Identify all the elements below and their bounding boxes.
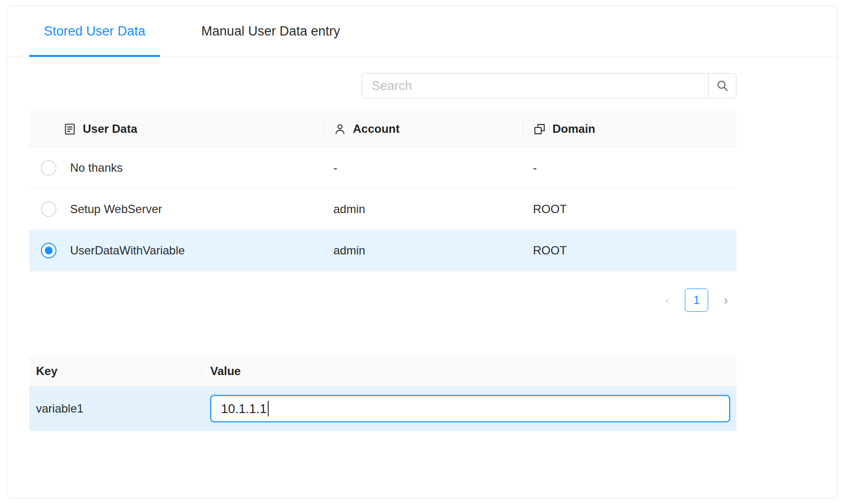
tab-bar: Stored User Data Manual User Data entry — [7, 6, 837, 57]
tab-label: Stored User Data — [44, 24, 146, 39]
pagination-next-icon[interactable]: › — [715, 289, 736, 311]
tab-label: Manual User Data entry — [202, 24, 340, 39]
kv-row-variable1: variable1 10.1.1.1 — [29, 386, 736, 431]
column-header-user-data: User Data — [29, 122, 324, 136]
user-data-cell: Setup WebServer — [63, 202, 324, 216]
pagination: ‹ 1 › — [29, 288, 736, 312]
radio-button[interactable] — [41, 160, 56, 176]
account-cell: admin — [324, 244, 523, 257]
pagination-prev-icon[interactable]: ‹ — [657, 289, 678, 311]
table-header-row: User Data Account — [29, 111, 736, 147]
user-data-table: User Data Account — [29, 111, 736, 271]
domain-cell: - — [523, 161, 736, 175]
value-cell: 10.1.1.1 — [202, 395, 736, 422]
domain-cell: ROOT — [523, 202, 736, 216]
search-row — [29, 73, 736, 98]
account-cell: admin — [324, 202, 523, 216]
search-icon — [716, 79, 729, 92]
search-input[interactable] — [362, 73, 708, 98]
column-header-label: Account — [353, 122, 400, 136]
column-header-key: Key — [29, 364, 202, 378]
user-data-cell: No thanks — [63, 161, 324, 175]
search-button[interactable] — [708, 73, 736, 98]
radio-cell — [29, 243, 63, 258]
column-header-label: Domain — [552, 122, 595, 136]
table-row-setup-webserver[interactable]: Setup WebServer admin ROOT — [29, 189, 736, 230]
domain-cell: ROOT — [523, 244, 736, 257]
value-input[interactable]: 10.1.1.1 — [210, 395, 730, 422]
tab-manual-user-data-entry[interactable]: Manual User Data entry — [187, 6, 355, 56]
pagination-page-1[interactable]: 1 — [685, 288, 708, 312]
domain-icon — [533, 123, 546, 136]
radio-button[interactable] — [41, 201, 56, 217]
column-header-value: Value — [202, 364, 736, 378]
column-header-account: Account — [324, 122, 523, 136]
column-header-label: User Data — [83, 122, 137, 136]
user-data-cell: UserDataWithVariable — [63, 244, 324, 257]
kv-header-row: Key Value — [29, 356, 736, 386]
radio-cell — [29, 160, 63, 176]
table-row-userdatawithvariable[interactable]: UserDataWithVariable admin ROOT — [29, 230, 736, 271]
key-cell: variable1 — [29, 402, 202, 415]
radio-button-checked[interactable] — [41, 243, 56, 258]
account-cell: - — [324, 161, 523, 175]
value-input-text: 10.1.1.1 — [221, 401, 267, 416]
radio-cell — [29, 201, 63, 217]
user-data-panel: Stored User Data Manual User Data entry — [6, 6, 838, 498]
user-data-icon — [63, 123, 76, 136]
account-icon — [333, 123, 347, 136]
column-header-domain: Domain — [523, 122, 736, 136]
table-row-no-thanks[interactable]: No thanks - - — [29, 147, 736, 189]
key-value-table: Key Value variable1 10.1.1.1 — [29, 356, 736, 431]
panel-content: User Data Account — [7, 73, 837, 431]
search-group — [362, 73, 736, 98]
text-cursor — [268, 401, 269, 416]
tab-stored-user-data[interactable]: Stored User Data — [29, 6, 160, 56]
